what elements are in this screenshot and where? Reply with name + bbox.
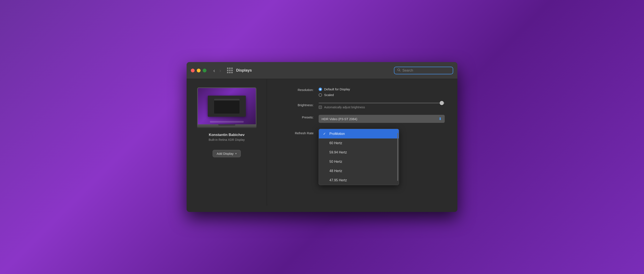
scrollbar[interactable] [397,133,398,181]
resolution-label: Resolution: [280,87,314,92]
resolution-scaled-option[interactable]: Scaled [318,93,445,97]
dropdown-label-60hz: 60 Hertz [330,141,342,145]
maximize-button[interactable] [203,69,206,72]
auto-brightness-checkbox[interactable] [318,106,322,109]
dropdown-label-4795hz: 47.95 Hertz [330,178,347,182]
dropdown-item-5994hz[interactable]: 59.94 Hertz [319,148,399,157]
brightness-slider-row [318,103,445,103]
resolution-controls: Default for Display Scaled [318,87,445,97]
auto-brightness-row[interactable]: Automatically adjust brightness [318,106,445,109]
back-button[interactable]: ‹ [212,67,217,74]
right-panel: Resolution: Default for Display Scaled B… [267,79,458,206]
grid-dot [231,70,233,71]
select-arrows-icon: ⬍ [438,117,442,121]
traffic-lights [191,69,206,72]
grid-dot [231,72,233,73]
macbook-base [197,124,256,127]
screen-content [208,96,246,117]
app-grid-icon[interactable] [227,68,233,73]
macbook-notch [218,124,235,126]
auto-brightness-label: Automatically adjust brightness [324,106,365,109]
main-content: Konstantin Babichev Built-in Retina XDR … [186,79,458,206]
dropdown-item-60hz[interactable]: 60 Hertz [319,138,399,148]
search-input[interactable] [402,69,450,72]
resolution-scaled-radio[interactable] [318,93,322,97]
window-title: Displays [236,68,252,73]
screen-dock [210,121,244,123]
dropdown-item-48hz[interactable]: 48 Hertz [319,166,399,176]
refresh-rate-row: Refresh Rate ✓ ProMotion 60 Hertz [280,129,445,185]
refresh-rate-dropdown: ✓ ProMotion 60 Hertz 59.94 Hertz [318,129,399,185]
chevron-down-icon: ▾ [235,152,237,155]
search-box[interactable] [394,67,453,74]
device-subtitle: Built-in Retina XDR Display [208,138,244,141]
grid-dot [227,72,228,73]
macbook-foot [197,127,256,129]
screen-window-inner [214,99,240,114]
resolution-default-radio[interactable] [318,88,322,91]
titlebar: ‹ › Displays [186,62,458,79]
brightness-slider-track[interactable] [318,103,445,103]
grid-dot [227,68,228,69]
left-panel: Konstantin Babichev Built-in Retina XDR … [186,79,267,206]
presets-dropdown[interactable]: HDR Video (P3-ST 2084) ⬍ [318,115,445,123]
close-button[interactable] [191,69,195,72]
macbook-screen [197,87,256,124]
resolution-default-option[interactable]: Default for Display [318,87,445,91]
forward-button[interactable]: › [218,67,223,74]
add-display-label: Add Display [217,152,234,155]
minimize-button[interactable] [197,69,200,72]
resolution-row: Resolution: Default for Display Scaled [280,87,445,97]
presets-controls: HDR Video (P3-ST 2084) ⬍ [318,115,445,123]
dropdown-item-promotion[interactable]: ✓ ProMotion [319,129,399,138]
resolution-scaled-label: Scaled [324,93,334,97]
grid-dot [229,68,230,69]
refresh-rate-controls: ✓ ProMotion 60 Hertz 59.94 Hertz [318,129,399,185]
presets-label: Presets: [280,115,314,119]
grid-dot [229,72,230,73]
nav-buttons: ‹ › [212,67,223,74]
dropdown-item-50hz[interactable]: 50 Hertz [319,157,399,166]
presets-row: Presets: HDR Video (P3-ST 2084) ⬍ [280,115,445,123]
grid-dot [231,68,233,69]
brightness-row: Brightness: Automatically adjust brightn… [280,103,445,109]
grid-dot [229,70,230,71]
search-icon [397,68,401,73]
dropdown-label-5994hz: 59.94 Hertz [330,150,347,154]
brightness-controls: Automatically adjust brightness [318,103,445,109]
window-bottom [186,206,458,212]
brightness-label: Brightness: [280,103,314,107]
refresh-rate-label: Refresh Rate [280,129,314,135]
add-display-button[interactable]: Add Display ▾ [212,150,241,157]
system-preferences-window: ‹ › Displays [186,62,458,212]
presets-value: HDR Video (P3-ST 2084) [322,117,436,121]
brightness-slider-thumb[interactable] [440,101,444,105]
dropdown-item-4795hz[interactable]: 47.95 Hertz [319,176,399,185]
svg-line-1 [400,71,400,71]
grid-dot [227,70,228,71]
dropdown-label-promotion: ProMotion [330,132,345,136]
macbook-illustration [197,87,256,129]
dropdown-label-50hz: 50 Hertz [330,160,342,164]
resolution-default-label: Default for Display [324,87,350,91]
device-name: Konstantin Babichev [209,133,244,137]
dropdown-label-48hz: 48 Hertz [330,169,342,173]
check-icon: ✓ [323,132,327,136]
